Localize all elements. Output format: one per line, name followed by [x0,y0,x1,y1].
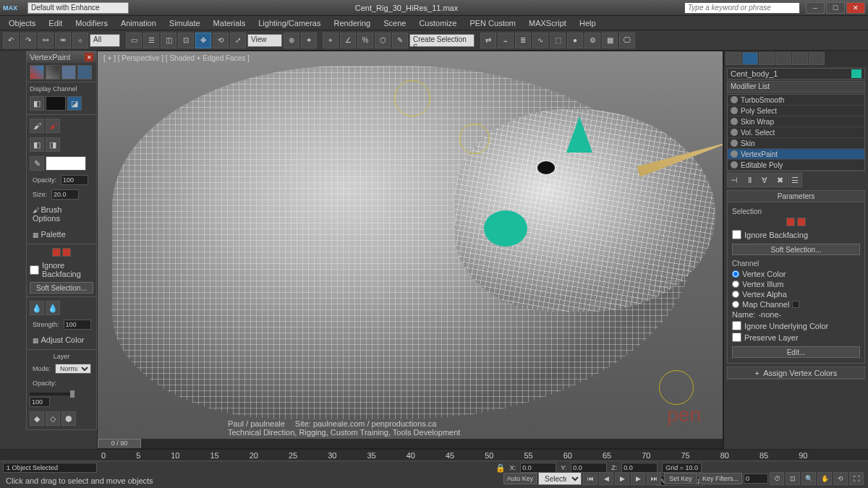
edit-named-sel-button[interactable]: ✎ [392,33,408,48]
create-tab[interactable] [726,52,741,65]
vp-mode1-button[interactable] [30,65,44,80]
modifier-item[interactable]: Skin [728,138,864,149]
maximize-button[interactable]: ☐ [826,2,845,14]
modifier-list-dropdown[interactable]: Modifier List [727,81,865,93]
rig-gizmo[interactable] [459,124,490,154]
next-frame-button[interactable]: ▶ [631,472,645,485]
curve-editor-button[interactable]: ∿ [532,33,548,48]
layer-dup-icon[interactable]: ⬢ [61,411,76,426]
palette-button[interactable]: ▦ Palette [30,228,69,240]
menu-materials[interactable]: Materials [208,17,252,29]
unique-button[interactable]: ∀ [757,173,772,187]
render-setup-button[interactable]: ⚙ [584,33,600,48]
viewport-label[interactable]: [ + ] [ Perspective ] [ Shaded + Edged F… [103,54,250,62]
menu-objects[interactable]: Objects [3,17,41,29]
layer-new-icon[interactable]: ◆ [30,411,44,426]
eyedrop-icon[interactable]: ✎ [30,156,44,171]
ignore-backfacing-check[interactable] [30,265,39,275]
angle-snap-button[interactable]: ∠ [340,33,356,48]
rig-gizmo[interactable] [394,80,430,116]
align-button[interactable]: ⫠ [498,33,514,48]
select-button[interactable]: ▭ [126,33,142,48]
rotate-button[interactable]: ⟲ [213,33,229,48]
menu-rendering[interactable]: Rendering [328,17,376,29]
window-crossing-button[interactable]: ⊡ [178,33,194,48]
channel-color-button[interactable]: ◧ [30,96,44,111]
adjust-color-button[interactable]: ▦ Adjust Color [30,334,87,346]
refcoord-dropdown[interactable]: View [247,34,282,47]
modifier-item[interactable]: Editable Poly [728,160,864,171]
blend-mode-dropdown[interactable]: Normal [55,364,91,374]
time-slider-thumb[interactable]: 0 / 90 [98,439,141,449]
pivot-button[interactable]: ⊕ [284,33,299,48]
erase-icon[interactable]: ◧ [30,137,44,152]
menu-pen-custom[interactable]: PEN Custom [464,17,522,29]
scale-button[interactable]: ⤢ [230,33,246,48]
x-coord-input[interactable] [520,463,556,473]
ignore-underlying-check[interactable] [732,321,741,330]
percent-snap-button[interactable]: % [357,33,373,48]
show-end-button[interactable]: Ⅱ [742,173,757,187]
vp-mode2-button[interactable] [46,65,60,80]
workspace-dropdown[interactable]: Default with Enhance [27,2,129,14]
maxview-button[interactable]: ⛶ [849,472,864,485]
soft-selection-button2[interactable]: Soft Selection... [732,244,860,255]
modifier-item[interactable]: TurboSmooth [728,95,864,106]
spinner-snap-button[interactable]: ⬡ [375,33,391,48]
current-frame-input[interactable] [744,474,768,484]
menu-customize[interactable]: Customize [413,17,462,29]
orbit-button[interactable]: ⟲ [833,472,848,485]
modifier-item[interactable]: VertexPaint [728,149,864,160]
select-region-button[interactable]: ◫ [161,33,176,48]
menu-help[interactable]: Help [574,17,602,29]
menu-lighting[interactable]: Lighting/Cameras [252,17,326,29]
paint-brush-icon[interactable]: 🖌 [30,119,44,133]
z-coord-input[interactable] [621,463,658,473]
zoom-ext-button[interactable]: ⊡ [786,472,800,485]
modify-tab[interactable] [742,52,758,65]
layer-opacity-slider[interactable] [30,393,73,395]
rig-gizmo[interactable] [659,370,694,405]
sel-vertex-icon[interactable] [786,218,795,226]
snap-toggle-button[interactable]: ⌖ [323,33,339,48]
sel-face-icon[interactable] [797,218,806,226]
sharpen-icon[interactable]: 💧 [46,301,60,315]
vp-mode3-button[interactable] [61,65,76,80]
menu-modifiers[interactable]: Modifiers [69,17,114,29]
mirror-button[interactable]: ⇄ [480,33,496,48]
layers-button[interactable]: ≣ [515,33,531,48]
remove-mod-button[interactable]: ✖ [773,173,787,187]
preserve-layer-check[interactable] [732,333,741,342]
select-name-button[interactable]: ☰ [143,33,159,48]
parameters-header[interactable]: Parameters [728,191,864,202]
zoom-button[interactable]: 🔍 [801,472,816,485]
vp-mode4-button[interactable] [77,65,92,80]
pin-stack-button[interactable]: ⊣ [727,173,741,187]
motion-tab[interactable] [775,52,791,65]
edit-button[interactable]: Edit... [732,346,860,358]
menu-edit[interactable]: Edit [43,17,68,29]
size-input[interactable] [51,189,79,200]
setkey-button[interactable]: Set Key [664,473,697,484]
unlink-button[interactable]: ⚮ [55,33,71,48]
schematic-button[interactable]: ⬚ [550,33,566,48]
timeline-ruler[interactable]: 051015202530354045505560657075808590 [0,450,868,461]
opacity-input[interactable] [61,175,88,185]
paint-brush2-icon[interactable]: 🖌 [46,119,60,133]
selection-filter-dropdown[interactable]: All [90,34,120,47]
ignore-backfacing-check2[interactable] [732,230,741,239]
modifier-item[interactable]: Skin Wrap [728,116,864,127]
vertexpaint-titlebar[interactable]: VertexPaint ✕ [27,51,96,63]
paint-color-swatch[interactable] [46,156,86,171]
object-name-field[interactable]: Cent_body_1 [727,68,865,80]
layer-opacity-input[interactable] [30,397,50,407]
y-coord-input[interactable] [571,463,607,473]
sel-face-icon[interactable] [62,248,71,257]
close-button[interactable]: ✕ [846,2,865,14]
pan-button[interactable]: ✋ [817,472,832,485]
material-editor-button[interactable]: ● [567,33,583,48]
modifier-stack[interactable]: TurboSmoothPoly SelectSkin WrapVol. Sele… [727,94,865,171]
vertex-illum-radio[interactable] [732,281,739,288]
redo-button[interactable]: ↷ [20,33,36,48]
utilities-tab[interactable] [809,52,825,65]
